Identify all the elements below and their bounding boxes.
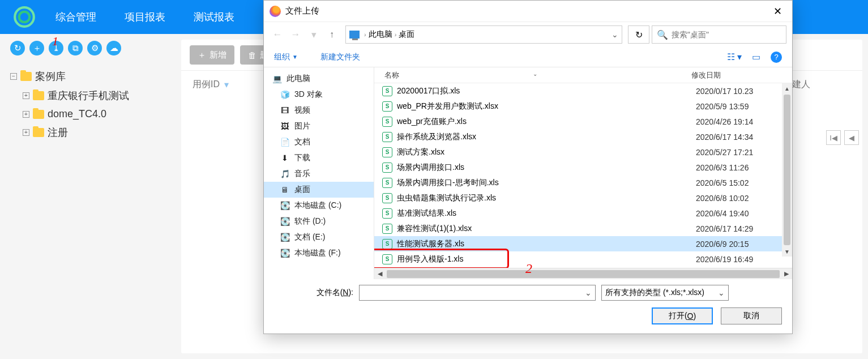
filetype-combo[interactable]: 所有支持的类型 (*.xls;*.xlsx) ⌄	[601, 285, 729, 301]
file-name: 兼容性测试(1)(1).xlsx	[397, 224, 696, 234]
expand-icon[interactable]: +	[23, 111, 29, 118]
scroll-down-icon[interactable]: ▼	[784, 246, 790, 257]
cloud-button[interactable]: ☁	[106, 41, 121, 55]
search-icon: 🔍	[657, 29, 668, 40]
nav-recent-button[interactable]: ▾	[306, 27, 322, 42]
crumb-pc[interactable]: 此电脑	[369, 29, 392, 40]
sidebar-disk-c[interactable]: 💽本地磁盘 (C:)	[264, 198, 374, 213]
download-icon: ⬇	[280, 153, 290, 163]
sidebar-3d[interactable]: 🧊3D 对象	[264, 87, 374, 102]
nav-item-general[interactable]: 综合管理	[55, 10, 96, 24]
refresh-button[interactable]: ↻	[10, 41, 25, 55]
sidebar-this-pc[interactable]: 💻此电脑	[264, 71, 374, 87]
file-date: 2020/5/27 17:21	[696, 148, 792, 157]
file-row[interactable]: S20200017口拟.xls2020/0/17 10.23	[374, 83, 792, 99]
expand-icon[interactable]: +	[23, 92, 29, 99]
col-date[interactable]: 修改日期	[691, 70, 792, 80]
scroll-left-icon[interactable]: ◀	[374, 270, 386, 277]
nav-refresh-button[interactable]: ↻	[628, 25, 649, 44]
tree-root-label: 案例库	[35, 70, 66, 83]
xls-icon: S	[382, 193, 392, 203]
collapse-icon[interactable]: −	[10, 73, 17, 80]
xls-icon: S	[382, 208, 392, 219]
page-first-button[interactable]: I◀	[826, 130, 841, 145]
sidebar-disk-e[interactable]: 💽文档 (E:)	[264, 229, 374, 245]
nav-forward-button[interactable]: →	[288, 27, 303, 42]
tree-item[interactable]: + 重庆银行手机测试	[10, 86, 169, 105]
file-row[interactable]: S兼容性测试(1)(1).xlsx2020/6/17 14:29	[374, 221, 792, 236]
file-row[interactable]: S用例导入模版-1.xls2020/6/19 16:49	[374, 251, 792, 267]
main-add-button[interactable]: ＋新增	[190, 45, 234, 65]
file-row[interactable]: S性能测试服务器.xls2020/6/9 20:15	[374, 236, 792, 251]
nav-back-button[interactable]: ←	[270, 27, 285, 42]
nav-item-project-report[interactable]: 项目报表	[125, 10, 165, 24]
vertical-scrollbar[interactable]: ▲ ▼	[782, 83, 792, 257]
file-row[interactable]: S虫虫错题集测试执行记录.xls2020/6/8 10:02	[374, 190, 792, 206]
crumb-dropdown[interactable]: ⌄	[612, 30, 618, 39]
scroll-thumb[interactable]	[387, 270, 780, 278]
sidebar-disk-f[interactable]: 💽本地磁盘 (F:)	[264, 245, 374, 261]
breadcrumb[interactable]: › 此电脑 › 桌面 ⌄	[345, 25, 622, 44]
col-caseid[interactable]: 用例ID	[193, 79, 220, 91]
page-prev-button[interactable]: ◀	[844, 130, 859, 145]
file-name: 场景内调用接口-思考时间.xls	[397, 178, 696, 188]
col-creator[interactable]: 创建人	[783, 79, 851, 91]
sidebar-downloads[interactable]: ⬇下载	[264, 150, 374, 166]
file-row[interactable]: S操作系统及浏览器.xlsx2020/6/17 14:34	[374, 129, 792, 144]
scroll-up-icon[interactable]: ▲	[784, 83, 790, 93]
open-button[interactable]: 打开(O)	[652, 307, 713, 324]
music-icon: 🎵	[280, 169, 290, 179]
filename-combo[interactable]: ⌄	[359, 285, 596, 301]
scroll-right-icon[interactable]: ▶	[781, 270, 792, 277]
file-row[interactable]: Sweb_PR并发用户数测试.xlsx2020/5/9 13:59	[374, 99, 792, 114]
file-row[interactable]: S场景内调用接口.xls2020/6/3 11:26	[374, 160, 792, 175]
file-row[interactable]: Sweb_pr充值账户.xls2020/4/26 19:14	[374, 114, 792, 129]
file-list-panel: 名称 ⌄ 修改日期 S20200017口拟.xls2020/0/17 10.23…	[374, 67, 792, 279]
settings-button[interactable]: ⚙	[87, 41, 102, 55]
crumb-desktop[interactable]: 桌面	[399, 29, 414, 40]
horizontal-scrollbar[interactable]: ◀ ▶	[374, 268, 792, 279]
tree-item[interactable]: + dome_TC4.0	[10, 105, 169, 123]
new-folder-button[interactable]: 新建文件夹	[320, 52, 360, 62]
tree-item-label: 重庆银行手机测试	[48, 89, 129, 102]
sidebar-documents[interactable]: 📄文档	[264, 134, 374, 150]
search-box[interactable]: 🔍	[652, 25, 786, 44]
filename-input[interactable]	[363, 288, 585, 297]
sidebar-music[interactable]: 🎵音乐	[264, 166, 374, 182]
chevron-down-icon[interactable]: ⌄	[718, 288, 725, 297]
close-button[interactable]: ✕	[769, 3, 786, 20]
file-list[interactable]: S20200017口拟.xls2020/0/17 10.23Sweb_PR并发用…	[374, 83, 792, 268]
cancel-button[interactable]: 取消	[721, 307, 782, 324]
tree-root[interactable]: − 案例库	[10, 67, 169, 86]
sidebar-videos[interactable]: 🎞视频	[264, 102, 374, 118]
file-date: 2020/6/4 19:40	[696, 209, 792, 218]
xls-icon: S	[382, 163, 392, 173]
sidebar-desktop[interactable]: 🖥桌面	[264, 182, 374, 198]
chevron-down-icon[interactable]: ⌄	[585, 288, 592, 297]
file-row[interactable]: S基准测试结果.xls2020/6/4 19:40	[374, 206, 792, 221]
nav-item-test-report[interactable]: 测试报表	[194, 10, 234, 24]
filter-icon[interactable]: ▾	[224, 79, 229, 90]
scroll-thumb[interactable]	[784, 95, 790, 245]
file-date: 2020/6/9 20:15	[696, 240, 792, 249]
tree-item[interactable]: + 注册	[10, 123, 169, 142]
sidebar-pictures[interactable]: 🖼图片	[264, 118, 374, 134]
add-button[interactable]: ＋	[29, 41, 44, 55]
organize-button[interactable]: 组织 ▼	[274, 52, 298, 62]
file-name: 性能测试服务器.xls	[397, 239, 696, 249]
help-button[interactable]: ?	[771, 52, 782, 63]
sidebar-disk-d[interactable]: 💽软件 (D:)	[264, 213, 374, 229]
xls-icon: S	[382, 239, 392, 249]
dialog-titlebar: 文件上传 ✕	[264, 1, 792, 22]
copy-button[interactable]: ⧉	[68, 41, 83, 55]
preview-pane-button[interactable]: ▭	[752, 52, 760, 62]
dialog-footer: 文件名(N): ⌄ 所有支持的类型 (*.xls;*.xlsx) ⌄ 打开(O)…	[264, 279, 792, 334]
expand-icon[interactable]: +	[23, 129, 29, 136]
pc-icon	[349, 31, 360, 39]
xls-icon: S	[382, 178, 392, 188]
nav-up-button[interactable]: ↑	[324, 29, 340, 40]
file-row[interactable]: S测试方案.xlsx2020/5/27 17:21	[374, 144, 792, 160]
search-input[interactable]	[672, 30, 781, 39]
view-mode-button[interactable]: ☷ ▾	[727, 52, 742, 62]
file-row[interactable]: S场景内调用接口-思考时间.xls2020/6/5 15:02	[374, 175, 792, 190]
